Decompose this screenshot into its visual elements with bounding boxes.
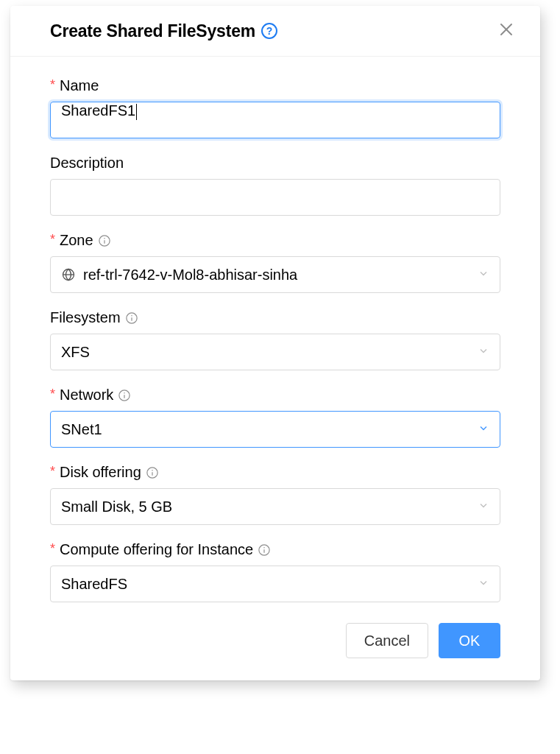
- chevron-down-icon: [478, 267, 489, 283]
- modal-body: * Name SharedFS1 Description * Zone: [10, 57, 540, 610]
- info-icon[interactable]: [146, 466, 159, 479]
- chevron-down-icon: [478, 498, 489, 515]
- field-description: Description: [50, 155, 500, 216]
- required-star-icon: *: [50, 78, 55, 91]
- text-caret-icon: [136, 104, 137, 120]
- compute-offering-select-value: SharedFS: [61, 576, 127, 593]
- name-input-value: SharedFS1: [61, 102, 135, 119]
- label-disk-offering: * Disk offering: [50, 464, 500, 481]
- label-disk-offering-text: Disk offering: [60, 464, 141, 481]
- label-filesystem: Filesystem: [50, 309, 500, 326]
- filesystem-select[interactable]: XFS: [50, 334, 500, 370]
- field-name: * Name SharedFS1: [50, 77, 500, 138]
- chevron-down-icon: [478, 421, 489, 438]
- svg-point-17: [263, 546, 265, 548]
- required-star-icon: *: [50, 465, 55, 478]
- field-compute-offering: * Compute offering for Instance SharedFS: [50, 541, 500, 602]
- info-icon[interactable]: [118, 389, 131, 402]
- modal-title: Create Shared FileSystem: [50, 21, 255, 41]
- label-compute-offering-text: Compute offering for Instance: [60, 541, 253, 558]
- close-icon[interactable]: [497, 21, 518, 41]
- required-star-icon: *: [50, 387, 55, 401]
- info-icon[interactable]: [125, 311, 138, 325]
- disk-offering-select-value: Small Disk, 5 GB: [61, 498, 172, 515]
- compute-offering-select[interactable]: SharedFS: [50, 566, 500, 602]
- label-name-text: Name: [60, 77, 99, 94]
- description-input[interactable]: [50, 179, 500, 216]
- info-icon[interactable]: [258, 543, 271, 557]
- label-filesystem-text: Filesystem: [50, 309, 121, 326]
- svg-point-8: [131, 314, 132, 316]
- info-icon[interactable]: [98, 234, 111, 247]
- modal-header: Create Shared FileSystem ?: [10, 6, 540, 57]
- network-select[interactable]: SNet1: [50, 411, 500, 448]
- svg-point-11: [124, 392, 126, 393]
- label-zone-text: Zone: [60, 232, 93, 249]
- chevron-down-icon: [478, 344, 489, 361]
- modal-footer: Cancel OK: [10, 610, 540, 680]
- label-zone: * Zone: [50, 232, 500, 249]
- required-star-icon: *: [50, 542, 55, 555]
- label-network-text: Network: [60, 387, 113, 404]
- chevron-down-icon: [478, 576, 489, 593]
- field-network: * Network SNet1: [50, 387, 500, 448]
- svg-point-14: [152, 469, 153, 471]
- label-name: * Name: [50, 77, 500, 94]
- help-icon[interactable]: ?: [261, 23, 277, 39]
- required-star-icon: *: [50, 233, 55, 246]
- svg-point-4: [104, 237, 105, 239]
- label-compute-offering: * Compute offering for Instance: [50, 541, 500, 558]
- globe-icon: [61, 267, 76, 282]
- disk-offering-select[interactable]: Small Disk, 5 GB: [50, 488, 500, 525]
- label-description-text: Description: [50, 155, 124, 172]
- modal-title-wrap: Create Shared FileSystem ?: [50, 21, 277, 41]
- name-input[interactable]: SharedFS1: [50, 102, 500, 138]
- network-select-value: SNet1: [61, 421, 102, 438]
- create-shared-filesystem-modal: Create Shared FileSystem ? * Name Shared…: [10, 6, 540, 680]
- field-disk-offering: * Disk offering Small Disk, 5 GB: [50, 464, 500, 525]
- filesystem-select-value: XFS: [61, 344, 90, 361]
- ok-button[interactable]: OK: [439, 623, 500, 658]
- field-zone: * Zone ref-trl-7642-v-Mol8-abhisar-sinha: [50, 232, 500, 293]
- cancel-button[interactable]: Cancel: [346, 623, 428, 658]
- label-description: Description: [50, 155, 500, 172]
- zone-select[interactable]: ref-trl-7642-v-Mol8-abhisar-sinha: [50, 256, 500, 293]
- label-network: * Network: [50, 387, 500, 404]
- zone-select-value: ref-trl-7642-v-Mol8-abhisar-sinha: [83, 267, 297, 283]
- field-filesystem: Filesystem XFS: [50, 309, 500, 370]
